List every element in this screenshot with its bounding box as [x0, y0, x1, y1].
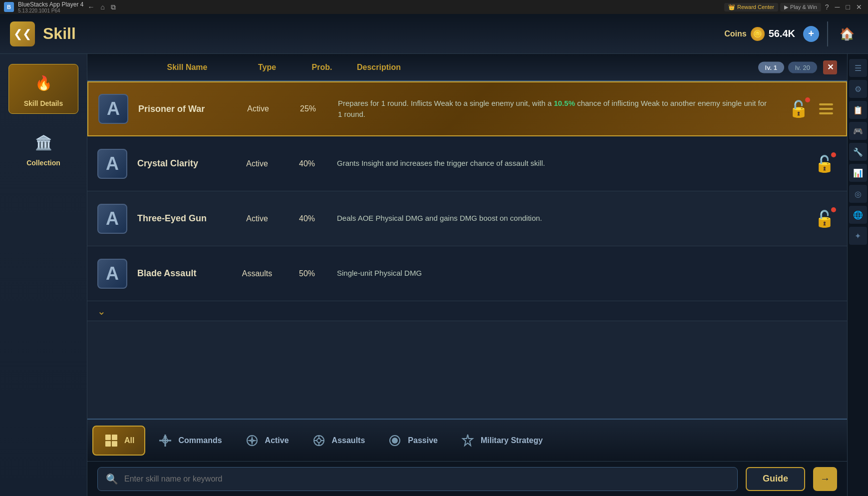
passive-icon	[387, 433, 403, 449]
skill-name-1: Prisoner of War	[138, 104, 228, 114]
page-title: Skill	[43, 24, 76, 43]
lock-dot-3	[831, 207, 836, 212]
back-nav-icon[interactable]: ←	[87, 3, 94, 11]
skill-letter-a-2: A	[97, 149, 127, 179]
main-layout: 🔥 Skill Details 🏛️ Collection Skill Name…	[0, 54, 868, 496]
filter-all-label: All	[124, 436, 134, 445]
skill-desc-2: Grants Insight and increases the trigger…	[327, 158, 807, 169]
panel-icon-5[interactable]: 🔧	[849, 143, 867, 161]
home-button[interactable]: 🏠	[836, 23, 858, 45]
filter-military-button[interactable]: Military Strategy	[450, 426, 553, 456]
skill-lock-1[interactable]: 🔓	[786, 96, 811, 121]
filter-bar: All Commands	[87, 419, 847, 461]
back-button[interactable]: ❮❮	[10, 21, 35, 46]
skill-row-crystal-clarity[interactable]: A Crystal Clarity Active 40% Grants Insi…	[87, 136, 847, 191]
skill-row-blade-assault[interactable]: A Blade Assault Assaults 50% Single-unit…	[87, 246, 847, 301]
lock-dot-2	[831, 152, 836, 157]
coin-icon: 🪙	[751, 27, 765, 41]
skill-name-2: Crystal Clarity	[137, 158, 227, 169]
filter-military-label: Military Strategy	[481, 436, 543, 445]
lock-icon-2: 🔓	[815, 154, 835, 173]
search-bar: 🔍 Guide →	[87, 461, 847, 496]
search-input[interactable]	[124, 475, 729, 484]
skill-lock-3[interactable]: 🔓	[812, 206, 837, 231]
collection-label: Collection	[26, 159, 60, 167]
col-prob: Prob.	[297, 63, 347, 72]
lock-icon-1: 🔓	[789, 99, 809, 118]
play-win-button[interactable]: ▶ Play & Win	[780, 3, 821, 11]
skill-details-icon: 🔥	[31, 70, 56, 95]
maximize-button[interactable]: □	[844, 3, 852, 11]
expand-chevron[interactable]: ⌄	[97, 305, 106, 317]
menu-line-1c	[819, 112, 833, 114]
panel-icon-3[interactable]: 📋	[849, 101, 867, 119]
coins-amount: 56.4K	[769, 28, 795, 39]
panel-icon-8[interactable]: 🌐	[849, 206, 867, 224]
filter-active-button[interactable]: Active	[234, 426, 299, 456]
panel-icon-4[interactable]: 🎮	[849, 122, 867, 140]
skill-name-3: Three-Eyed Gun	[137, 213, 227, 224]
partial-row: ⌄	[87, 301, 847, 321]
lock-icon-3: 🔓	[815, 209, 835, 228]
app-header: ❮❮ Skill Coins 🪙 56.4K + 🏠	[0, 14, 868, 54]
app-version: 5.13.220.1001 P64	[18, 8, 83, 13]
filter-commands-label: Commands	[178, 436, 222, 445]
sidebar-item-skill-details[interactable]: 🔥 Skill Details	[8, 64, 78, 114]
skill-type-4: Assaults	[227, 269, 287, 278]
title-bar: B BlueStacks App Player 4 5.13.220.1001 …	[0, 0, 868, 14]
filter-all-button[interactable]: All	[92, 426, 145, 456]
title-bar-right: 👑 Reward Center ▶ Play & Win ? ─ □ ✕	[724, 3, 864, 11]
refresh-nav-icon[interactable]: ⧉	[111, 3, 116, 11]
skill-letter-a-1: A	[98, 94, 128, 124]
filter-assaults-button[interactable]: Assaults	[301, 426, 375, 456]
skill-desc-3: Deals AOE Physical DMG and gains DMG boo…	[327, 213, 807, 224]
skill-letter-a-4: A	[97, 259, 127, 289]
skill-prob-4: 50%	[287, 269, 327, 278]
skill-lock-2[interactable]: 🔓	[812, 151, 837, 176]
skill-row-three-eyed-gun[interactable]: A Three-Eyed Gun Active 40% Deals AOE Ph…	[87, 191, 847, 246]
svg-point-7	[317, 439, 321, 443]
skill-name-4: Blade Assault	[137, 268, 227, 279]
panel-icon-9[interactable]: ✦	[849, 227, 867, 245]
crown-icon: 👑	[728, 4, 735, 10]
menu-line-1a	[819, 103, 833, 105]
filter-active-label: Active	[265, 436, 289, 445]
skill-prob-3: 40%	[287, 214, 327, 223]
coins-label: Coins	[724, 29, 746, 38]
share-button[interactable]: →	[813, 467, 837, 491]
skill-menu-1[interactable]	[816, 99, 836, 119]
lock-dot-1	[805, 97, 810, 102]
skill-details-label: Skill Details	[24, 99, 63, 107]
add-coins-button[interactable]: +	[803, 26, 819, 42]
assaults-icon	[311, 433, 327, 449]
svg-point-13	[392, 438, 398, 444]
right-panel: ☰ ⚙ 📋 🎮 🔧 📊 ◎ 🌐 ✦	[847, 54, 868, 496]
guide-button[interactable]: Guide	[746, 467, 805, 491]
skill-row-prisoner-of-war[interactable]: A Prisoner of War Active 25% Prepares fo…	[87, 81, 847, 136]
skill-desc-4: Single-unit Physical DMG	[327, 268, 837, 279]
filter-commands-button[interactable]: Commands	[147, 426, 232, 456]
sidebar-item-collection[interactable]: 🏛️ Collection	[8, 124, 78, 173]
close-window-button[interactable]: ✕	[854, 3, 864, 11]
panel-icon-2[interactable]: ⚙	[849, 80, 867, 98]
sidebar: 🔥 Skill Details 🏛️ Collection	[0, 54, 87, 496]
title-bar-left: B BlueStacks App Player 4 5.13.220.1001 …	[4, 1, 116, 13]
level-1-pill[interactable]: lv. 1	[758, 61, 784, 73]
close-table-button[interactable]: ✕	[823, 60, 837, 74]
coins-display: Coins 🪙 56.4K	[724, 27, 795, 41]
reward-center-button[interactable]: 👑 Reward Center	[724, 3, 778, 11]
panel-icon-7[interactable]: ◎	[849, 185, 867, 203]
svg-rect-0	[105, 435, 111, 440]
filter-passive-label: Passive	[408, 436, 438, 445]
table-header-cols: Skill Name Type Prob. Description	[97, 63, 837, 72]
home-nav-icon[interactable]: ⌂	[100, 3, 104, 11]
skills-list: A Prisoner of War Active 25% Prepares fo…	[87, 81, 847, 419]
panel-icon-1[interactable]: ☰	[849, 59, 867, 77]
question-button[interactable]: ?	[823, 3, 831, 11]
panel-icon-6[interactable]: 📊	[849, 164, 867, 182]
header-right: Coins 🪙 56.4K + 🏠	[724, 21, 858, 46]
minimize-button[interactable]: ─	[833, 3, 842, 11]
level-20-pill[interactable]: lv. 20	[788, 61, 817, 73]
desc-highlight-1: 10.5%	[554, 99, 575, 107]
filter-passive-button[interactable]: Passive	[377, 426, 448, 456]
